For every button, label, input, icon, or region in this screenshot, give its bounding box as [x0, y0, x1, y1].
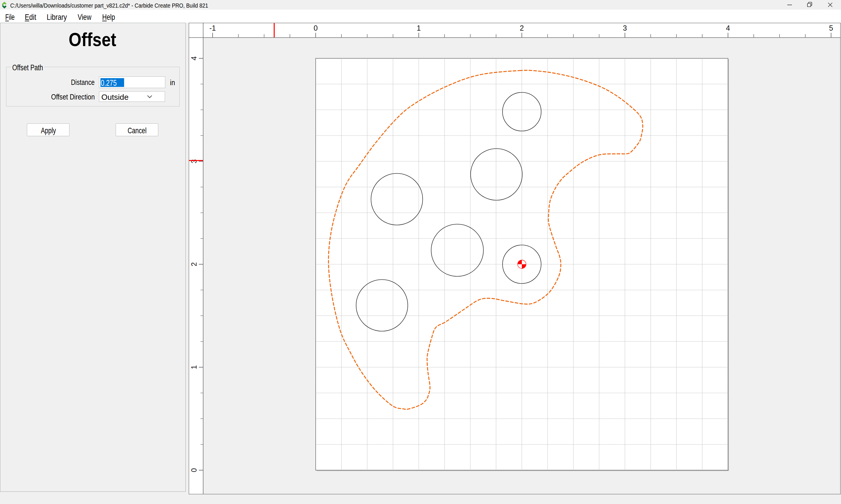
svg-text:3: 3: [190, 159, 198, 163]
svg-text:1: 1: [417, 24, 421, 32]
svg-text:4: 4: [190, 56, 198, 60]
svg-text:0: 0: [314, 24, 318, 32]
svg-text:4: 4: [726, 24, 730, 32]
svg-text:-1: -1: [209, 24, 216, 32]
svg-text:2: 2: [520, 24, 524, 32]
svg-text:2: 2: [190, 262, 198, 266]
svg-text:3: 3: [623, 24, 627, 32]
svg-text:0: 0: [190, 468, 198, 472]
svg-text:1: 1: [190, 365, 198, 369]
svg-text:5: 5: [829, 24, 833, 32]
